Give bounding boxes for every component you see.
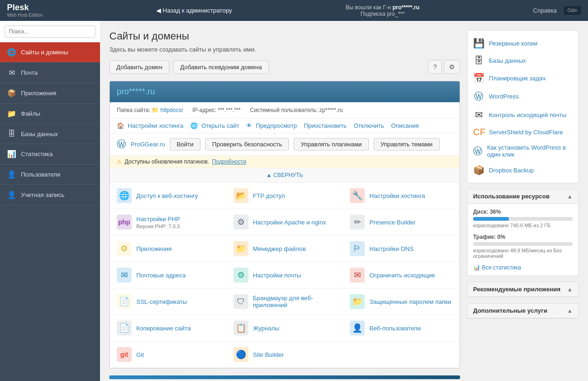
open-site-link[interactable]: 🌐 Открыть сайт [190, 122, 239, 129]
mail-settings-link[interactable]: Настройки почты [253, 272, 301, 279]
right-wp-icon: Ⓦ [473, 90, 484, 103]
feature-web-hosting[interactable]: 🌐 Доступ к веб-хостингу [110, 183, 227, 209]
apps-link[interactable]: Приложения [136, 245, 172, 252]
traffic-label: Трафик: 0% [473, 234, 573, 240]
wp-login-button[interactable]: Войти [170, 138, 200, 151]
right-item-backups[interactable]: 💾 Резервные копии [468, 34, 578, 52]
feature-php[interactable]: php Настройки PHP Версия PHP: 7.0.3 [110, 209, 227, 236]
add-domain-button[interactable]: Добавить домен [109, 60, 169, 74]
help-button[interactable]: ? [428, 60, 442, 74]
feature-mail-addresses[interactable]: ✉ Почтовые адреса [110, 262, 227, 289]
disable-link[interactable]: Отключить [354, 122, 384, 129]
feature-dns[interactable]: 🏳 Настройки DNS [343, 236, 460, 262]
databases-link[interactable]: Базы данных [489, 57, 526, 64]
wp-manage-themes-button[interactable]: Управлять темами [374, 138, 440, 151]
logs-icon: 📋 [234, 321, 248, 335]
feature-site-builder[interactable]: 🔵 Site Builder [227, 342, 343, 368]
sidebar-item-account[interactable]: 👤 Учетная запись [0, 185, 100, 205]
web-users-link[interactable]: Веб-пользователи [369, 325, 421, 332]
right-item-wp-install[interactable]: Ⓦ Как установить WordPress в один клик [468, 141, 578, 161]
right-item-servershield[interactable]: CF ServerShield by CloudFlare [468, 124, 578, 141]
php-link[interactable]: Настройки PHP [136, 216, 180, 223]
add-alias-button[interactable]: Добавить псевдоним домена [173, 60, 269, 74]
git-link[interactable]: Git [136, 351, 144, 358]
help-link[interactable]: Справка [533, 7, 557, 14]
feature-ftp[interactable]: 📂 FTP доступ [227, 183, 343, 209]
httpdocs-link[interactable]: httpdocs/ [160, 107, 183, 113]
servershield-link[interactable]: ServerShield by CloudFlare [489, 129, 563, 136]
settings-button[interactable]: ⚙ [444, 60, 460, 74]
feature-git[interactable]: git Git [110, 342, 227, 368]
feature-protected-folders[interactable]: 📁 Защищенные паролем папки [343, 289, 460, 315]
back-button[interactable]: Назад к администратору [156, 7, 232, 14]
file-manager-link[interactable]: Менеджер файлов [253, 245, 306, 252]
content-area: Сайты и домены Здесь вы можете создавать… [100, 21, 588, 381]
web-hosting-link[interactable]: Доступ к веб-хостингу [136, 192, 198, 199]
scheduler-link[interactable]: Планировщик задач [489, 75, 546, 82]
feature-firewall[interactable]: 🛡 Брандмауэр для веб-приложений [227, 289, 343, 315]
site-builder-link[interactable]: Site Builder [253, 351, 284, 358]
resource-chevron: ▲ [567, 193, 573, 200]
sidebar-item-sites[interactable]: 🌐 Сайты и домены [0, 42, 100, 63]
mail-control-link[interactable]: Контроль исходящей почты [489, 112, 566, 118]
feature-hosting-settings[interactable]: 🔧 Настройки хостинга [343, 183, 460, 209]
dns-icon: 🏳 [350, 241, 365, 256]
update-details-link[interactable]: Подробности [212, 158, 247, 165]
stats-icon: 📊 [7, 150, 16, 158]
feature-logs[interactable]: 📋 Журналы [227, 315, 343, 342]
wordpress-icon: Ⓦ [117, 138, 126, 151]
right-item-dropbox[interactable]: 📦 Dropbox Backup [468, 161, 578, 179]
protected-folders-link[interactable]: Защищенные паролем папки [369, 298, 451, 305]
backups-link[interactable]: Резервные копии [489, 40, 537, 47]
wordpress-link[interactable]: WordPress [489, 93, 519, 100]
right-item-scheduler[interactable]: 📅 Планировщик задач [468, 69, 578, 87]
domain-name-link[interactable]: pro*****.ru [117, 87, 155, 96]
limit-outgoing-link[interactable]: Ограничить исходящие [369, 272, 435, 279]
mail-addresses-link[interactable]: Почтовые адреса [136, 272, 186, 279]
dropbox-link[interactable]: Dropbox Backup [489, 167, 534, 174]
ssl-link[interactable]: SSL-сертификаты [136, 298, 187, 305]
logs-link[interactable]: Журналы [253, 325, 280, 332]
sidebar-nav: 🌐 Сайты и домены ✉ Почта 📦 Приложения 📁 [0, 42, 100, 205]
feature-apache-nginx[interactable]: ⚙ Настройки Apache и nginx [227, 209, 343, 236]
firewall-link[interactable]: Брандмауэр для веб-приложений [253, 295, 313, 309]
collapse-bar[interactable]: ▲ СВЕРНУТЬ [110, 168, 460, 183]
right-item-wordpress[interactable]: Ⓦ WordPress [468, 87, 578, 106]
feature-file-manager[interactable]: 📁 Менеджер файлов [227, 236, 343, 262]
web-hosting-icon: 🌐 [117, 188, 132, 203]
sidebar-item-stats[interactable]: 📊 Статистика [0, 144, 100, 164]
feature-apps[interactable]: ⚙ Приложения [110, 236, 227, 262]
sidebar-item-mail[interactable]: ✉ Почта [0, 63, 100, 83]
presence-builder-link[interactable]: Presence Builder [369, 219, 415, 226]
site-copy-link[interactable]: Копирование сайта [136, 325, 191, 332]
all-stats-link[interactable]: 📊 Вся статистика [473, 264, 573, 271]
wp-check-button[interactable]: Проверить безопасность [205, 138, 289, 151]
ftp-link[interactable]: FTP доступ [253, 192, 285, 199]
hosting-settings-link[interactable]: 🏠 Настройки хостинга [117, 122, 183, 129]
feature-site-copy[interactable]: 📄 Копирование сайта [110, 315, 227, 342]
feature-limit-outgoing[interactable]: ✉ Ограничить исходящие [343, 262, 460, 289]
recommended-panel: Рекомендуемые приложения ▲ [467, 282, 579, 297]
ftp-icon: 📂 [234, 188, 248, 203]
preview-link[interactable]: 👁 Предпросмотр [246, 122, 297, 129]
apache-nginx-link[interactable]: Настройки Apache и nginx [253, 219, 326, 226]
suspend-link[interactable]: Приостановить [304, 122, 347, 129]
wp-install-link[interactable]: Как установить WordPress в один клик [487, 144, 573, 158]
wp-domain-link[interactable]: ProGGear.ru [131, 141, 165, 148]
feature-ssl[interactable]: 📄 SSL-сертификаты [110, 289, 227, 315]
sidebar-item-users[interactable]: 👤 Пользователи [0, 164, 100, 185]
sidebar-item-databases[interactable]: 🗄 Базы данных [0, 124, 100, 144]
feature-presence-builder[interactable]: ✏ Presence Builder [343, 209, 460, 236]
feature-mail-settings[interactable]: ⚙ Настройки почты [227, 262, 343, 289]
description-link[interactable]: Описание [391, 122, 419, 129]
sidebar-item-files[interactable]: 📁 Файлы [0, 104, 100, 124]
plesk-logo: Plesk Web Host Edition [7, 3, 43, 19]
search-input[interactable] [5, 26, 95, 38]
hosting-settings-link2[interactable]: Настройки хостинга [369, 192, 425, 199]
sidebar-item-apps[interactable]: 📦 Приложения [0, 83, 100, 104]
right-item-mail-control[interactable]: ✉ Контроль исходящей почты [468, 106, 578, 124]
feature-web-users[interactable]: 👤 Веб-пользователи [343, 315, 460, 342]
dns-link[interactable]: Настройки DNS [369, 245, 414, 252]
right-item-databases[interactable]: 🗄 Базы данных [468, 52, 578, 69]
wp-manage-plugins-button[interactable]: Управлять плагинами [294, 138, 368, 151]
